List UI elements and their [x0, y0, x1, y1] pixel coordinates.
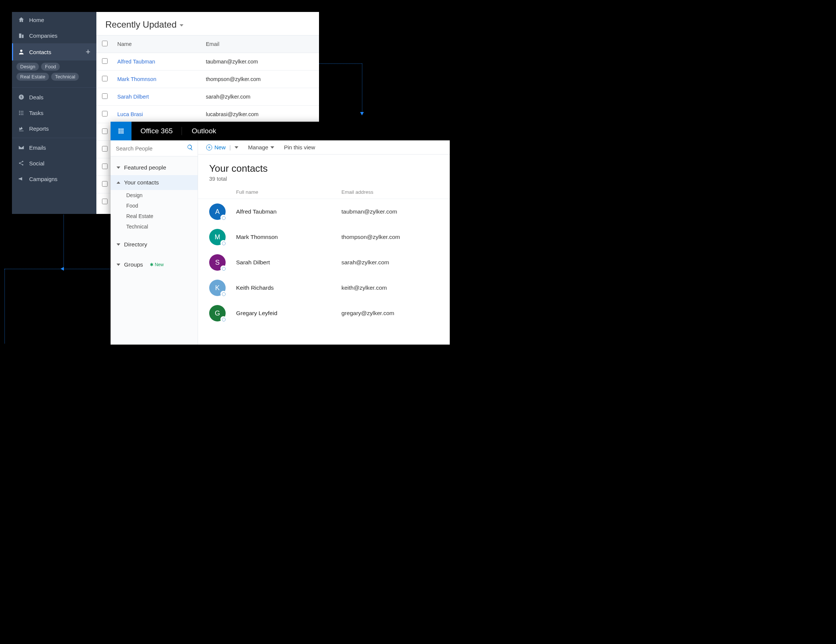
list-item[interactable]: KKeith Richardskeith@zylker.com: [198, 275, 450, 300]
col-email[interactable]: Email: [201, 36, 319, 53]
tag-food[interactable]: Food: [41, 63, 60, 70]
arrow-left-icon: [60, 267, 64, 271]
row-checkbox[interactable]: [102, 93, 108, 99]
sidebar-item-deals[interactable]: $ Deals: [12, 89, 96, 105]
new-label: New: [214, 144, 225, 150]
table-row[interactable]: Sarah Dilbertsarah@zylker.com: [96, 88, 319, 106]
tag-design[interactable]: Design: [16, 63, 39, 70]
sidebar-item-label: Tasks: [29, 110, 43, 116]
sidebar-item-label: Social: [29, 160, 44, 166]
separator: |: [229, 144, 231, 150]
row-checkbox[interactable]: [102, 58, 108, 64]
home-icon: [18, 16, 24, 23]
avatar: S: [209, 254, 225, 271]
svg-point-3: [22, 161, 23, 162]
pin-view-button[interactable]: Pin this view: [284, 144, 315, 150]
manage-button[interactable]: Manage: [248, 144, 274, 150]
row-name[interactable]: Mark Thomnson: [113, 70, 201, 88]
nav-directory[interactable]: Directory: [111, 237, 198, 252]
list-item[interactable]: GGregary Leyfeidgregary@zylker.com: [198, 300, 450, 326]
row-checkbox[interactable]: [102, 181, 108, 187]
nav-featured-people[interactable]: Featured people: [111, 160, 198, 175]
crm-view-title: Recently Updated: [105, 20, 177, 30]
chevron-down-icon: [271, 146, 274, 148]
sidebar-item-social[interactable]: Social: [12, 155, 96, 171]
tag-real-estate[interactable]: Real Estate: [16, 73, 49, 81]
sidebar-item-label: Contacts: [29, 49, 51, 55]
contact-email: keith@zylker.com: [341, 284, 439, 291]
row-checkbox[interactable]: [102, 129, 108, 134]
sidebar-item-label: Reports: [29, 126, 49, 132]
svg-text:$: $: [20, 95, 22, 99]
sidebar-item-tasks[interactable]: Tasks: [12, 105, 96, 121]
row-name[interactable]: Sarah Dilbert: [113, 88, 201, 106]
chevron-up-icon: [116, 181, 120, 184]
divider: [12, 87, 96, 88]
nav-sub-food[interactable]: Food: [111, 201, 198, 211]
outlook-app: Office 365 Outlook Featured people Your: [111, 122, 450, 345]
list-item[interactable]: AAlfred Taubmantaubman@zylker.com: [198, 199, 450, 224]
app-launcher-button[interactable]: [111, 122, 132, 140]
add-contact-button[interactable]: +: [85, 48, 90, 56]
crm-view-selector[interactable]: Recently Updated: [96, 12, 319, 35]
sidebar-item-emails[interactable]: Emails: [12, 140, 96, 155]
list-item[interactable]: SSarah Dilbertsarah@zylker.com: [198, 250, 450, 275]
search-input[interactable]: [116, 145, 187, 152]
outlook-search-bar[interactable]: [111, 140, 198, 157]
sidebar-item-campaigns[interactable]: Campaigns: [12, 171, 96, 187]
col-email[interactable]: Email address: [341, 189, 439, 195]
table-row[interactable]: Alfred Taubmantaubman@zylker.com: [96, 53, 319, 70]
outlook-topbar: Office 365 Outlook: [111, 122, 450, 140]
topbar-rest: [226, 122, 450, 140]
divider: [12, 138, 96, 138]
sidebar-item-contacts[interactable]: Contacts +: [12, 43, 96, 60]
outlook-command-bar: + New | Manage Pin this view: [198, 140, 450, 155]
outlook-nav: Featured people Your contacts Design Foo…: [111, 157, 198, 272]
contact-name: Gregary Leyfeid: [236, 310, 341, 316]
plus-circle-icon: +: [206, 145, 212, 150]
chevron-down-icon: [180, 24, 183, 26]
sidebar-item-label: Campaigns: [29, 176, 57, 182]
sidebar-item-label: Companies: [29, 33, 57, 39]
checklist-icon: [18, 109, 24, 116]
flow-line: [5, 269, 111, 269]
sidebar-item-reports[interactable]: Reports: [12, 121, 96, 136]
row-name[interactable]: Alfred Taubman: [113, 53, 201, 70]
row-name[interactable]: Luca Brasi: [113, 106, 201, 123]
crm-tag-list: Design Food Real Estate Technical: [12, 60, 96, 86]
tag-technical[interactable]: Technical: [51, 73, 79, 81]
row-checkbox[interactable]: [102, 163, 108, 169]
row-checkbox[interactable]: [102, 199, 108, 204]
table-row[interactable]: Luca Brasilucabrasi@zylker.com: [96, 106, 319, 123]
search-icon[interactable]: [187, 144, 194, 152]
list-item[interactable]: MMark Thomnsonthompson@zylker.com: [198, 224, 450, 250]
sidebar-item-companies[interactable]: Companies: [12, 28, 96, 43]
app-name[interactable]: Outlook: [182, 127, 225, 135]
nav-sub-real-estate[interactable]: Real Estate: [111, 211, 198, 222]
nav-label: Directory: [124, 241, 147, 248]
avatar: A: [209, 204, 225, 220]
sidebar-item-home[interactable]: Home: [12, 12, 96, 28]
col-name[interactable]: Name: [113, 36, 201, 53]
row-checkbox[interactable]: [102, 111, 108, 116]
contact-email: sarah@zylker.com: [341, 259, 439, 266]
row-checkbox[interactable]: [102, 76, 108, 82]
outlook-heading: Your contacts 39 total: [198, 155, 450, 183]
contact-name: Sarah Dilbert: [236, 259, 341, 266]
pin-label: Pin this view: [284, 144, 315, 150]
col-full-name[interactable]: Full name: [236, 189, 341, 195]
select-all-checkbox[interactable]: [102, 41, 108, 46]
chevron-down-icon[interactable]: [235, 146, 238, 148]
chevron-down-icon: [116, 166, 120, 169]
new-button[interactable]: + New |: [206, 144, 238, 150]
nav-sub-design[interactable]: Design: [111, 190, 198, 201]
contact-email: thompson@zylker.com: [341, 234, 439, 240]
nav-groups[interactable]: Groups New: [111, 257, 198, 272]
suite-name[interactable]: Office 365: [132, 127, 182, 135]
nav-sub-technical[interactable]: Technical: [111, 222, 198, 232]
chevron-down-icon: [116, 243, 120, 246]
arrow-down-icon: [360, 112, 364, 115]
table-row[interactable]: Mark Thomnsonthompson@zylker.com: [96, 70, 319, 88]
nav-your-contacts[interactable]: Your contacts: [111, 175, 198, 190]
row-checkbox[interactable]: [102, 146, 108, 152]
